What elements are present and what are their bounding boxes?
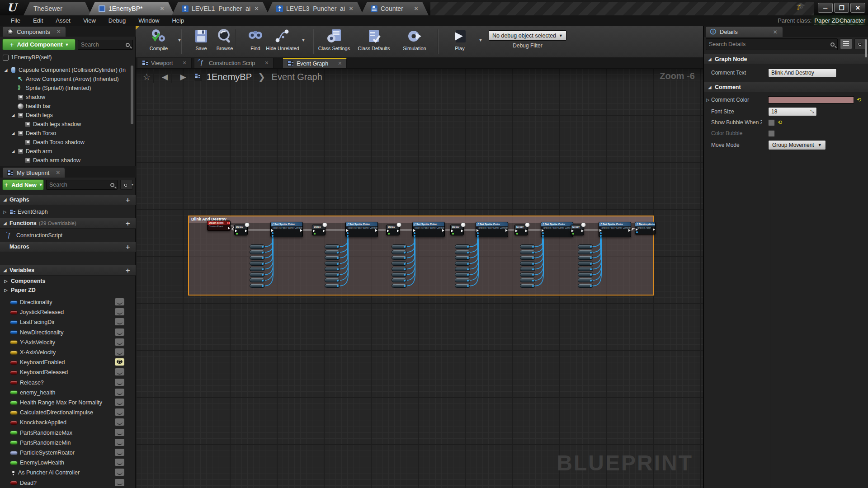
green-pin[interactable]	[314, 233, 316, 235]
graph-tab-construction-scrip[interactable]: Construction Scrip✕	[194, 58, 274, 68]
exec-pin[interactable]	[515, 230, 518, 232]
variable-get-pill[interactable]	[578, 244, 593, 249]
exec-pin[interactable]	[476, 229, 479, 232]
expander-icon[interactable]: ◢	[11, 131, 15, 136]
data-pin[interactable]	[347, 235, 349, 237]
add-new-button[interactable]: ＋Add New▼	[2, 179, 44, 190]
variable-get-pill[interactable]	[325, 250, 340, 254]
variable-newdirectionality[interactable]: NewDirectionality	[10, 328, 114, 337]
variable-get-pill[interactable]	[578, 267, 593, 272]
variable-release-[interactable]: Release?	[10, 378, 114, 387]
doc-tab-level3_puncher_ai_cont[interactable]: LEVEL3_Puncher_ai_cont✕	[266, 2, 363, 15]
variable-visibility-toggle[interactable]	[115, 298, 124, 305]
variable-visibility-toggle[interactable]	[115, 449, 124, 456]
details-search-input[interactable]: Search Details	[706, 38, 838, 50]
data-pin[interactable]	[542, 232, 544, 234]
close-icon[interactable]: ✕	[57, 28, 61, 35]
close-button[interactable]: ✕	[850, 3, 865, 13]
exec-pin[interactable]	[461, 230, 463, 232]
graph-tab-event-graph[interactable]: Event Graph✕	[283, 58, 347, 68]
variable-y-axisvelocity[interactable]: Y-AxisVelocity	[10, 338, 114, 347]
variable-get-pill[interactable]	[392, 272, 407, 277]
variable-get-pill[interactable]	[520, 284, 535, 288]
variable-get-pill[interactable]	[455, 244, 470, 249]
data-pin[interactable]	[477, 235, 479, 237]
data-pin[interactable]	[414, 232, 415, 234]
tab-details[interactable]: ⓘ Details ✕	[706, 27, 783, 37]
variable-get-pill[interactable]	[455, 278, 470, 282]
variable-get-pill[interactable]	[325, 244, 340, 249]
set-sprite-color-node-5[interactable]: ƒ Set Sprite ColorTarget is Paper Sprite…	[541, 222, 573, 237]
menu-asset[interactable]: Asset	[50, 16, 76, 25]
variable-visibility-toggle[interactable]	[115, 338, 124, 346]
section-graphs[interactable]: ◢Graphs＋	[0, 195, 136, 205]
move-mode-dropdown[interactable]: Group Movement▼	[768, 140, 826, 150]
variable-directionality[interactable]: Directionality	[10, 298, 114, 307]
variable-visibility-toggle[interactable]	[115, 318, 124, 325]
browse-button[interactable]: Browse	[208, 28, 241, 56]
exec-pin[interactable]	[346, 229, 349, 232]
variable-get-pill[interactable]	[455, 250, 470, 254]
variable-keyboardenabled[interactable]: KeyboardEnabled	[10, 358, 114, 367]
reset-to-default-icon[interactable]: ⟲	[778, 119, 782, 126]
nav-back-icon[interactable]: ◀	[158, 71, 172, 83]
destroy-actor-node[interactable]: ƒ DestroyActorTarget is Actor	[635, 222, 656, 235]
variable-get-pill[interactable]	[250, 244, 265, 249]
eventgraph-item[interactable]: ▷EventGraph	[3, 207, 135, 216]
class-settings-button[interactable]: Class Settings	[317, 28, 351, 56]
variable-group-components[interactable]: ▷Components	[4, 278, 45, 284]
variable-visibility-toggle[interactable]	[115, 479, 124, 486]
close-icon[interactable]: ✕	[254, 5, 259, 12]
compile-button[interactable]: Compile	[142, 28, 175, 56]
variable-get-pill[interactable]	[325, 261, 340, 266]
menu-help[interactable]: Help	[166, 16, 189, 25]
exec-pin[interactable]	[542, 229, 544, 232]
doc-tab-level1_puncher_ai_cont[interactable]: LEVEL1_Puncher_ai_cont✕	[172, 2, 269, 15]
exec-pin[interactable]	[525, 230, 528, 232]
myblueprint-search-input[interactable]: Search	[46, 180, 118, 190]
close-icon[interactable]: ✕	[56, 169, 60, 176]
delay-node-1[interactable]: Delay	[234, 225, 248, 235]
variable-visibility-toggle[interactable]	[115, 308, 124, 315]
set-sprite-color-node-3[interactable]: ƒ Set Sprite ColorTarget is Paper Sprite…	[412, 222, 445, 237]
variable-visibility-toggle[interactable]	[115, 379, 124, 386]
variable-visibility-toggle[interactable]	[115, 439, 124, 446]
variable-get-pill[interactable]	[250, 250, 265, 254]
data-pin[interactable]	[600, 232, 602, 234]
variable-x-axisvelocity[interactable]: X-AxisVelocity	[10, 348, 114, 357]
green-pin[interactable]	[452, 233, 454, 235]
exec-pin[interactable]	[397, 230, 399, 232]
variable-get-pill[interactable]	[520, 267, 535, 272]
variable-lastfacingdir[interactable]: LastFacingDir	[10, 318, 114, 327]
data-pin[interactable]	[272, 235, 274, 237]
exec-pin[interactable]	[442, 229, 444, 232]
variable-get-pill[interactable]	[325, 256, 340, 260]
expander-icon[interactable]: ▷	[706, 98, 710, 102]
exec-pin[interactable]	[413, 229, 415, 232]
set-sprite-color-node-4[interactable]: ƒ Set Sprite ColorTarget is Paper Sprite…	[476, 222, 508, 237]
close-icon[interactable]: ✕	[349, 5, 354, 12]
expander-icon[interactable]: ◢	[11, 149, 15, 154]
play-button[interactable]: Play	[443, 28, 476, 56]
variable-get-pill[interactable]	[250, 272, 265, 277]
exec-pin[interactable]	[505, 229, 508, 232]
variable-visibility-toggle[interactable]	[115, 418, 124, 426]
exec-pin[interactable]	[313, 230, 315, 232]
breadcrumb-root[interactable]: 1EnemyBP	[207, 72, 252, 82]
favorite-star-icon[interactable]: ☆	[140, 71, 154, 83]
components-scrollbar[interactable]	[131, 66, 133, 124]
show-bubble-checkbox[interactable]	[768, 119, 775, 126]
tab-my-blueprint[interactable]: My Blueprint ✕	[3, 168, 65, 178]
exec-pin[interactable]	[571, 230, 574, 232]
menu-debug[interactable]: Debug	[103, 16, 131, 25]
close-icon[interactable]: ✕	[773, 29, 778, 35]
expander-icon[interactable]: ◢	[11, 113, 15, 117]
exec-pin[interactable]	[628, 229, 631, 232]
variable-get-pill[interactable]	[520, 256, 535, 260]
data-pin[interactable]	[542, 235, 544, 237]
variable-get-pill[interactable]	[392, 256, 407, 260]
variable-get-pill[interactable]	[392, 267, 407, 272]
delay-node-6[interactable]: Delay	[571, 225, 584, 235]
set-sprite-color-node-1[interactable]: ƒ Set Sprite ColorTarget is Paper Sprite…	[270, 222, 303, 237]
close-icon[interactable]: ✕	[160, 5, 165, 12]
